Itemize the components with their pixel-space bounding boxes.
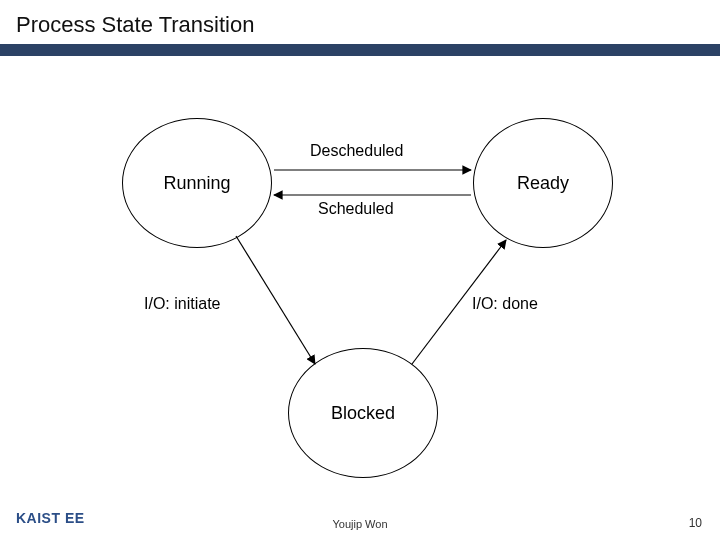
state-blocked: Blocked	[288, 348, 438, 478]
state-label: Running	[163, 173, 230, 194]
footer-author: Youjip Won	[0, 518, 720, 530]
edge-label-scheduled: Scheduled	[318, 200, 394, 218]
title-accent-band	[0, 44, 720, 56]
edge-io-initiate	[236, 236, 315, 364]
edge-label-io-done: I/O: done	[472, 295, 538, 313]
state-label: Ready	[517, 173, 569, 194]
state-running: Running	[122, 118, 272, 248]
state-diagram: Running Ready Blocked Descheduled Schedu…	[0, 68, 720, 512]
edge-label-descheduled: Descheduled	[310, 142, 403, 160]
edge-label-io-initiate: I/O: initiate	[144, 295, 220, 313]
slide-title: Process State Transition	[16, 12, 704, 38]
state-label: Blocked	[331, 403, 395, 424]
state-ready: Ready	[473, 118, 613, 248]
footer-page-number: 10	[689, 516, 702, 530]
